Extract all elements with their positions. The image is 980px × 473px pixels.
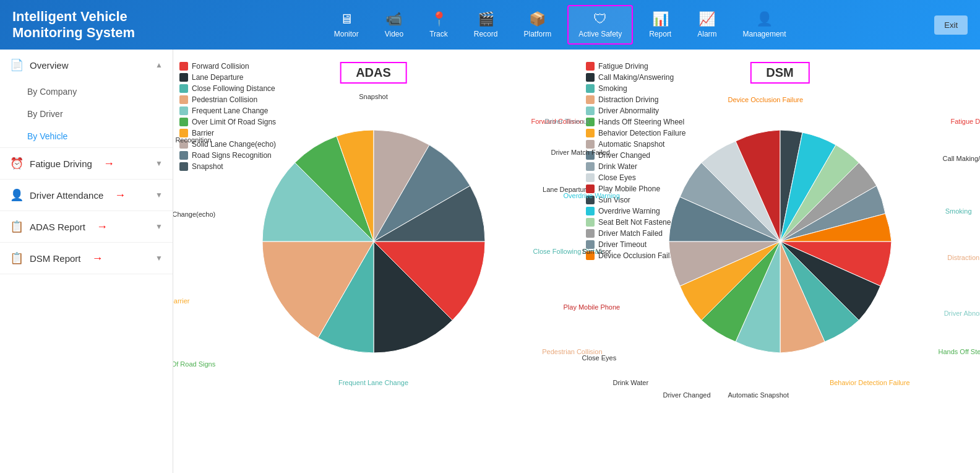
track-icon: 📍 [431, 11, 447, 27]
nav-report[interactable]: 📊 Report [639, 6, 681, 43]
nav-video[interactable]: 📹 Video [375, 6, 413, 43]
overview-icon: 📄 [10, 58, 24, 72]
sidebar-label-fatigue: Fatigue Driving [30, 158, 92, 169]
red-arrow-fatigue: → [103, 157, 114, 170]
platform-icon: 📦 [529, 11, 546, 27]
nav-bar: 🖥 Monitor 📹 Video 📍 Track 🎬 Record 📦 Pla… [186, 5, 934, 45]
pie-label-barrier: Barrier [173, 297, 190, 305]
nav-management[interactable]: 👤 Management [733, 6, 796, 43]
sidebar-item-fatigue-driving[interactable]: ⏰ Fatigue Driving → ▼ [0, 148, 173, 179]
dsm-label-overdrive: Overdrive Warning [564, 192, 620, 199]
chevron-down-fatigue: ▼ [155, 159, 163, 168]
nav-record[interactable]: 🎬 Record [464, 6, 508, 43]
management-icon: 👤 [756, 11, 773, 27]
adas-title: ADAS [340, 62, 407, 84]
chevron-up-icon: ▲ [155, 61, 163, 69]
dsm-section: Fatigue Driving Call Making/Answering Sm… [586, 62, 974, 473]
dsm-label-sun-visor: Sun Visor [582, 248, 612, 255]
sidebar-item-by-company[interactable]: By Company [0, 80, 173, 103]
dsm-label-smoking: Smoking [945, 207, 972, 215]
dsm-label-driver-timeout: Driver Timeout [545, 118, 590, 125]
sidebar-section-driver-attendance: 👤 Driver Attendance → ▼ [0, 180, 173, 211]
pie-label-solid: Solid Lane Change(echo) [173, 210, 215, 218]
nav-platform[interactable]: 📦 Platform [514, 6, 561, 43]
chevron-down-driver: ▼ [155, 191, 163, 199]
nav-alarm[interactable]: 📈 Alarm [687, 6, 726, 43]
sidebar-section-overview: 📄 Overview ▲ By Company By Driver By Veh… [0, 50, 173, 148]
dsm-label-driver-match: Driver Match Failed [551, 149, 610, 156]
nav-track[interactable]: 📍 Track [419, 6, 458, 43]
video-icon: 📹 [385, 11, 402, 27]
main-layout: 📄 Overview ▲ By Company By Driver By Veh… [0, 50, 980, 473]
record-icon: 🎬 [478, 11, 494, 27]
dsm-pie-chart: Fatigue Driving Call Making/Answering Sm… [650, 111, 910, 374]
dsm-label-auto-snapshot: Automatic Snapshot [728, 391, 789, 399]
active-safety-icon: 🛡 [593, 11, 607, 27]
dsm-label-close-eyes: Close Eyes [582, 354, 617, 362]
sidebar-section-dsm-report: 📋 DSM Report → ▼ [0, 243, 173, 274]
nav-monitor[interactable]: 🖥 Monitor [324, 6, 369, 43]
sidebar-item-by-driver[interactable]: By Driver [0, 103, 173, 125]
sidebar-item-by-vehicle[interactable]: By Vehicle [0, 125, 173, 147]
adas-section: Forward Collision Lane Departure Close F… [179, 62, 567, 473]
driver-icon: 👤 [10, 188, 24, 202]
sidebar-item-adas-report[interactable]: 📋 ADAS Report → ▼ [0, 211, 173, 242]
pie-label-roadsigns: Road Signs Recognition [173, 136, 212, 144]
pie-label-overlimit: Over Limit Of Road Signs [173, 360, 215, 368]
dsm-label-distraction: Distraction Driving [947, 254, 980, 261]
dsm-label-abnormality: Driver Abnormality [944, 310, 980, 317]
sidebar-section-fatigue: ⏰ Fatigue Driving → ▼ [0, 148, 173, 180]
app-title: Intelligent Vehicle Monitoring System [12, 9, 186, 41]
chevron-down-dsm: ▼ [155, 254, 163, 263]
pie-label-snapshot: Snapshot [359, 93, 387, 100]
dsm-label-call: Call Making/Answering [943, 155, 980, 162]
pie-label-frequent: Frequent Lane Change [338, 379, 408, 386]
header: Intelligent Vehicle Monitoring System 🖥 … [0, 0, 980, 50]
dsm-label-driver-changed: Driver Changed [663, 391, 711, 399]
dsm-label-fatigue: Fatigue Driving [951, 118, 980, 125]
sidebar-label-adas: ADAS Report [30, 222, 85, 232]
exit-button[interactable]: Exit [934, 15, 968, 35]
sidebar-item-dsm-report[interactable]: 📋 DSM Report → ▼ [0, 243, 173, 274]
sidebar-section-adas-report: 📋 ADAS Report → ▼ [0, 211, 173, 243]
adas-pie-chart: Snapshot Forward Collision Lane Departur… [244, 111, 504, 374]
fatigue-icon: ⏰ [10, 157, 24, 170]
sidebar-label-dsm: DSM Report [30, 253, 81, 264]
dsm-label-mobile: Play Mobile Phone [564, 303, 621, 311]
red-arrow-adas: → [97, 220, 108, 233]
adas-icon: 📋 [10, 220, 24, 233]
monitor-icon: 🖥 [340, 11, 353, 27]
sidebar-label-driver: Driver Attendance [30, 190, 103, 201]
dsm-title: DSM [750, 62, 809, 84]
dsm-label-behavior: Behavior Detection Failure [830, 379, 910, 386]
chevron-down-adas: ▼ [155, 222, 163, 231]
sidebar-label-overview: Overview [30, 60, 69, 71]
alarm-icon: 📈 [698, 11, 715, 27]
report-icon: 📊 [652, 11, 669, 27]
dsm-label-drink: Drink Water [613, 379, 649, 386]
content-area: Forward Collision Lane Departure Close F… [173, 50, 980, 473]
dsm-label-device-occlusion: Device Occlusion Failure [728, 96, 804, 103]
sidebar-item-overview[interactable]: 📄 Overview ▲ [0, 50, 173, 80]
nav-active-safety[interactable]: 🛡 Active Safety [567, 5, 633, 45]
sidebar: 📄 Overview ▲ By Company By Driver By Veh… [0, 50, 173, 473]
red-arrow-dsm: → [92, 252, 103, 265]
red-arrow-driver: → [114, 189, 126, 202]
dsm-icon: 📋 [10, 251, 24, 265]
dsm-label-hands: Hands Off Steering Whe [938, 348, 980, 355]
sidebar-item-driver-attendance[interactable]: 👤 Driver Attendance → ▼ [0, 180, 173, 210]
